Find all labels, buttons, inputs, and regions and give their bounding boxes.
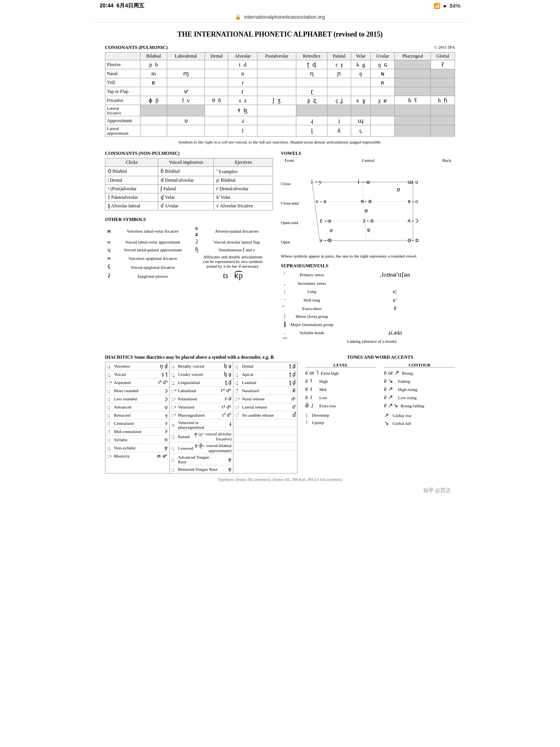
svg-text:o: o <box>415 198 418 204</box>
svg-text:•: • <box>412 238 414 243</box>
svg-text:ɨ: ɨ <box>358 179 359 185</box>
wifi-icon: 📶 <box>434 3 440 9</box>
lock-icon: 🔒 <box>235 14 241 20</box>
consonants-pulmonic-header: CONSONANTS (PULMONIC) © 2015 IPA <box>105 45 455 51</box>
consonants-pulmonic-table: Bilabial Labiodental Dental Alveolar Pos… <box>105 52 455 137</box>
svg-text:ɑ: ɑ <box>408 237 411 243</box>
tones-header: TONES AND WORD ACCENTS <box>305 354 455 360</box>
diacritics-col2: ◌̤Breathy voicedb̤ a̤ ◌̰Creaky voicedb̰ … <box>170 362 234 473</box>
svg-text:ʌ: ʌ <box>408 218 411 224</box>
status-bar: 20:44 6月4日周五 📶 ● 84% <box>93 0 467 12</box>
svg-text:ɞ: ɞ <box>370 218 374 224</box>
svg-text:•: • <box>316 180 317 184</box>
two-col-section: CONSONANTS (NON-PULMONIC) Clicks Voiced … <box>105 151 455 348</box>
svg-text:ɔ: ɔ <box>415 218 418 224</box>
vowel-svg: Close Close-mid Open-mid Open i • <box>281 167 429 252</box>
svg-text:i: i <box>311 179 313 185</box>
other-symbols-section: OTHER SYMBOLS ʍ Voiceless labial-velar f… <box>105 217 273 281</box>
svg-text:ə: ə <box>364 208 368 214</box>
vowel-position-labels: Front Central Back <box>281 158 455 163</box>
suprasegmentals-table: ˈ Primary stress ˌfoʊnəˈtɪʃən ˌ Secondar… <box>281 270 455 345</box>
svg-text:e: e <box>316 198 318 204</box>
suprasegmentals-header: SUPRASEGMENTALS <box>281 263 455 269</box>
non-pulmonic-table: Clicks Voiced implosives Ejectives ʘ Bil… <box>105 158 273 210</box>
svg-text:ʉ: ʉ <box>366 179 370 185</box>
page-title: THE INTERNATIONAL PHONETIC ALPHABET (rev… <box>105 30 455 39</box>
svg-text:ɒ: ɒ <box>415 237 419 243</box>
svg-text:a: a <box>320 237 322 243</box>
svg-text:•: • <box>365 200 367 204</box>
suprasegmentals-section: SUPRASEGMENTALS ˈ Primary stress ˌfoʊnəˈ… <box>281 263 455 345</box>
diacritics-col1: ◌̥Voicelessn̥ d̥ ◌̬Voiceds̬ t̬ ◌ʰAspirat… <box>105 362 170 473</box>
svg-text:y: y <box>319 179 322 185</box>
other-symbols-table: ʍ Voiceless labial-velar fricative ɕ ʑ A… <box>105 224 273 281</box>
vowels-header: VOWELS <box>281 151 455 156</box>
svg-text:ʊ: ʊ <box>397 187 400 193</box>
svg-text:ɛ: ɛ <box>320 218 323 224</box>
svg-line-5 <box>312 182 320 240</box>
status-time-date: 20:44 6月4日周五 <box>100 2 144 9</box>
svg-text:•: • <box>325 219 326 223</box>
status-icons: 📶 ● 84% <box>434 3 461 9</box>
diacritics-table: ◌̥Voicelessn̥ d̥ ◌̬Voiceds̬ t̬ ◌ʰAspirat… <box>105 362 298 473</box>
svg-text:Open: Open <box>281 240 290 244</box>
svg-text:Close: Close <box>281 181 290 186</box>
svg-text:•: • <box>363 180 364 184</box>
copyright: © 2015 IPA <box>434 45 455 51</box>
consonants-note: Symbols to the right in a cell are voice… <box>105 140 455 144</box>
signal-icon: ● <box>443 3 446 9</box>
diacritics-col3: ◌̪Dentalt̪ d̪ ◌̺Apicalt̺ d̺ ◌̻Laminalt̻ … <box>233 362 298 473</box>
url-text: internationalphoneticassociation.org <box>244 14 325 20</box>
svg-text:Open-mid: Open-mid <box>281 220 298 225</box>
other-symbols-header: OTHER SYMBOLS <box>105 217 273 223</box>
non-pulmonic-header: CONSONANTS (NON-PULMONIC) <box>105 151 273 156</box>
svg-text:æ: æ <box>329 227 333 233</box>
tones-content: LEVEL é or ˥Extra high é ˦High ē ˧Mid è … <box>305 363 455 428</box>
svg-text:ɘ: ɘ <box>360 198 364 204</box>
svg-text:ɶ: ɶ <box>327 237 332 243</box>
non-pulmonic-section: CONSONANTS (NON-PULMONIC) Clicks Voiced … <box>105 151 273 348</box>
main-content: THE INTERNATIONAL PHONETIC ALPHABET (rev… <box>93 23 467 503</box>
vowels-suprasegmentals: VOWELS Front Central Back Close Close-mi… <box>281 151 455 348</box>
watermark: 知乎 @琵古 <box>105 486 455 496</box>
bottom-section: DIACRITICS Some diacritics may be placed… <box>105 354 455 473</box>
contour-header: CONTOUR <box>384 363 455 368</box>
diacritics-section: DIACRITICS Some diacritics may be placed… <box>105 354 298 473</box>
svg-text:•: • <box>320 200 322 204</box>
tones-level-col: LEVEL é or ˥Extra high é ˦High ē ˧Mid è … <box>305 363 376 428</box>
svg-text:•: • <box>412 219 414 223</box>
svg-text:•: • <box>412 180 414 184</box>
battery-text: 84% <box>450 3 460 9</box>
vowel-note: Where symbols appear in pairs, the one t… <box>281 254 429 258</box>
page-footer: Typefaces: Doulos SIL (metatext); Doulos… <box>105 477 455 486</box>
svg-text:•: • <box>367 219 369 223</box>
svg-text:œ: œ <box>327 218 331 224</box>
svg-text:ø: ø <box>324 198 326 204</box>
svg-text:Close-mid: Close-mid <box>281 201 299 205</box>
svg-text:ɜ: ɜ <box>362 218 365 224</box>
diacritics-header: DIACRITICS Some diacritics may be placed… <box>105 354 298 360</box>
svg-text:•: • <box>412 200 414 204</box>
svg-text:u: u <box>415 179 418 185</box>
svg-text:ɤ: ɤ <box>408 198 411 204</box>
tones-section: TONES AND WORD ACCENTS LEVEL é or ˥Extra… <box>305 354 455 473</box>
address-bar[interactable]: 🔒 internationalphoneticassociation.org <box>93 12 467 23</box>
svg-text:•: • <box>325 238 326 243</box>
svg-text:ɵ: ɵ <box>368 198 372 204</box>
svg-text:ɐ: ɐ <box>367 227 370 233</box>
level-header: LEVEL <box>305 363 376 368</box>
tones-contour-col: CONTOUR ě or ↗Rising ê ↘Falling ě ↗High … <box>384 363 455 428</box>
vowel-diagram: Close Close-mid Open-mid Open i • <box>281 167 429 252</box>
